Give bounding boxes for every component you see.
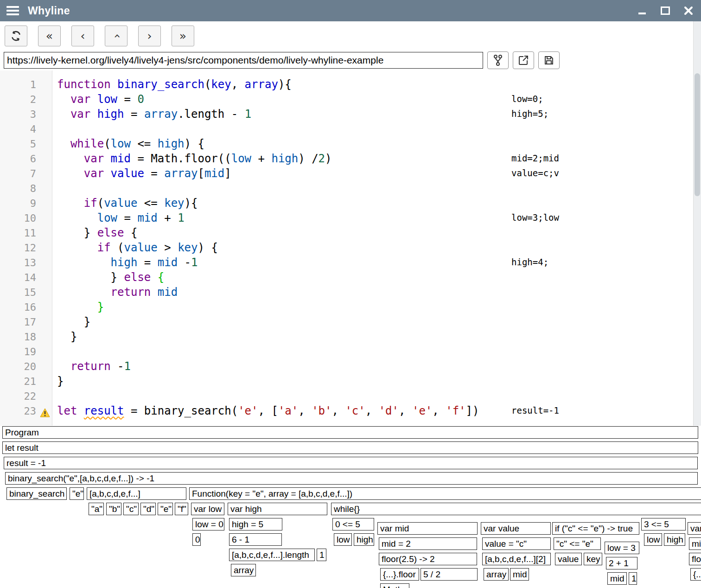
- code-line[interactable]: 12 if (value > key) {: [0, 240, 694, 255]
- code-line[interactable]: 9 if(value <= key){: [0, 196, 694, 211]
- trace-node[interactable]: [a,b,c,d,e,f...]: [87, 487, 186, 500]
- refresh-button[interactable]: [5, 26, 27, 46]
- trace-node[interactable]: var low: [191, 503, 224, 515]
- fork-button[interactable]: [487, 51, 509, 69]
- url-input[interactable]: [4, 52, 483, 69]
- trace-node[interactable]: high: [354, 533, 374, 546]
- history-forward-all-button[interactable]: »: [172, 26, 194, 46]
- code-line[interactable]: 14 } else {: [0, 270, 694, 285]
- open-external-button[interactable]: [513, 51, 534, 69]
- trace-node[interactable]: 0 <= 5: [332, 518, 374, 530]
- trace-node[interactable]: "a": [89, 503, 104, 515]
- code-line[interactable]: 10 low = mid + 1low=3;low: [0, 211, 694, 225]
- trace-node[interactable]: {...}.floor: [380, 568, 419, 581]
- trace-node[interactable]: var high: [228, 503, 327, 515]
- trace-node[interactable]: var value: [481, 522, 551, 535]
- trace-node[interactable]: key: [584, 553, 602, 565]
- code-line[interactable]: 23let result = binary_search('e', ['a', …: [0, 403, 694, 418]
- trace-node[interactable]: flo: [689, 553, 701, 565]
- trace-node[interactable]: "b": [106, 503, 121, 515]
- trace-node[interactable]: Function(key = "e", array = [a,b,c,d,e,f…: [189, 487, 701, 500]
- minimize-button[interactable]: [637, 6, 647, 16]
- history-back-button[interactable]: ‹: [71, 26, 94, 46]
- code-line[interactable]: 13 high = mid -1high=4;: [0, 255, 694, 270]
- code-line[interactable]: 16 }: [0, 300, 694, 314]
- trace-node[interactable]: 6 - 1: [229, 533, 282, 546]
- trace-node[interactable]: Math: [380, 583, 409, 588]
- trace-node[interactable]: mid = 2: [379, 537, 477, 550]
- code-editor[interactable]: 1function binary_search(key, array){2 va…: [0, 70, 694, 426]
- trace-node[interactable]: {...: [690, 568, 701, 581]
- trace-node[interactable]: "e": [70, 487, 84, 500]
- code-line[interactable]: 11 } else {: [0, 225, 694, 240]
- trace-node[interactable]: 0: [192, 533, 201, 546]
- trace-node[interactable]: 2 + 1: [606, 557, 637, 569]
- line-number: 16: [0, 300, 36, 315]
- trace-node[interactable]: value = "c": [482, 537, 551, 550]
- trace-node[interactable]: "d": [140, 503, 156, 515]
- code-line[interactable]: 8: [0, 181, 694, 196]
- trace-node[interactable]: "c": [123, 503, 139, 515]
- navigate-up-button[interactable]: ›: [105, 26, 127, 46]
- trace-node[interactable]: var: [688, 522, 701, 535]
- trace-node[interactable]: [a,b,c,d,e,f...][2]: [482, 553, 551, 565]
- code-line[interactable]: 6 var mid = Math.floor((low + high) /2)m…: [0, 151, 694, 166]
- trace-node[interactable]: Program: [2, 426, 698, 439]
- code-line[interactable]: 5 while(low <= high) {: [0, 136, 694, 151]
- history-forward-button[interactable]: ›: [138, 26, 161, 46]
- code-line[interactable]: 1function binary_search(key, array){: [0, 77, 694, 92]
- trace-node[interactable]: 1: [629, 572, 637, 585]
- trace-node[interactable]: array: [484, 568, 509, 581]
- trace-node[interactable]: binary_search: [6, 487, 67, 500]
- trace-node[interactable]: low: [334, 533, 352, 546]
- trace-node[interactable]: floor(2.5) -> 2: [379, 553, 477, 565]
- save-button[interactable]: [538, 51, 560, 69]
- line-number: 7: [0, 166, 36, 181]
- code-line[interactable]: 17 }: [0, 314, 694, 329]
- scrollbar-thumb[interactable]: [695, 73, 700, 196]
- trace-node[interactable]: result = -1: [4, 457, 698, 469]
- trace-node[interactable]: 1: [317, 549, 326, 561]
- trace-node[interactable]: high: [664, 533, 685, 546]
- code-line[interactable]: 3 var high = array.length - 1high=5;: [0, 107, 694, 121]
- trace-node[interactable]: 3 <= 5: [641, 518, 686, 530]
- trace-node[interactable]: array: [231, 564, 256, 576]
- trace-node[interactable]: mid: [510, 568, 529, 581]
- trace-node[interactable]: low = 3: [605, 542, 639, 554]
- trace-node[interactable]: let result: [2, 441, 698, 454]
- code-line[interactable]: 15 return mid: [0, 285, 694, 300]
- code-line[interactable]: 19: [0, 344, 694, 359]
- code-line[interactable]: 21}: [0, 374, 694, 389]
- trace-node[interactable]: value: [555, 553, 582, 565]
- trace-node[interactable]: mid: [607, 572, 627, 585]
- code-line[interactable]: 18 }: [0, 329, 694, 344]
- hamburger-menu-button[interactable]: [6, 4, 19, 17]
- close-button[interactable]: [683, 6, 694, 16]
- code-line[interactable]: 4: [0, 121, 694, 136]
- code-line[interactable]: 7 var value = array[mid]value=c;v: [0, 166, 694, 181]
- trace-node[interactable]: var mid: [377, 522, 478, 535]
- editor-scrollbar[interactable]: [693, 21, 701, 426]
- code-text: } else {: [57, 226, 137, 239]
- code-line[interactable]: 20 return -1: [0, 359, 694, 374]
- trace-node[interactable]: "c" <= "e": [554, 537, 601, 550]
- trace-annotation: low=0;: [511, 92, 543, 106]
- trace-node[interactable]: [a,b,c,d,e,f...].length: [229, 549, 315, 561]
- trace-node[interactable]: binary_search("e",[a,b,c,d,e,f...]) -> -…: [5, 472, 698, 485]
- trace-node[interactable]: "e": [158, 503, 173, 515]
- trace-node[interactable]: while{}: [331, 503, 701, 515]
- trace-node[interactable]: "f": [175, 503, 188, 515]
- trace-node[interactable]: if ("c" <= "e") -> true: [552, 522, 639, 535]
- maximize-button[interactable]: [660, 6, 670, 16]
- code-line[interactable]: 22: [0, 389, 694, 403]
- history-back-all-button[interactable]: «: [38, 26, 61, 46]
- code-line[interactable]: 2 var low = 0low=0;: [0, 92, 694, 107]
- line-number: 5: [0, 137, 36, 152]
- trace-node[interactable]: low = 0: [192, 518, 224, 530]
- code-text: }: [57, 315, 90, 328]
- trace-node[interactable]: low: [644, 533, 662, 546]
- trace-node[interactable]: high = 5: [229, 518, 282, 530]
- trace-node[interactable]: 5 / 2: [421, 568, 478, 581]
- window-titlebar: Whyline: [0, 0, 701, 21]
- trace-node[interactable]: mi: [689, 537, 701, 550]
